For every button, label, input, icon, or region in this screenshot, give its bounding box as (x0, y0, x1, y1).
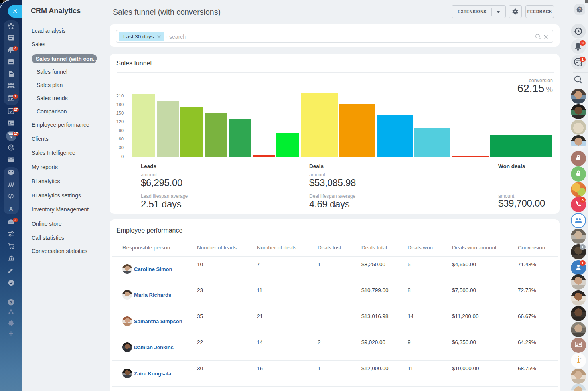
svg-text:?: ? (10, 300, 12, 305)
svg-text:1: 1 (576, 357, 580, 364)
